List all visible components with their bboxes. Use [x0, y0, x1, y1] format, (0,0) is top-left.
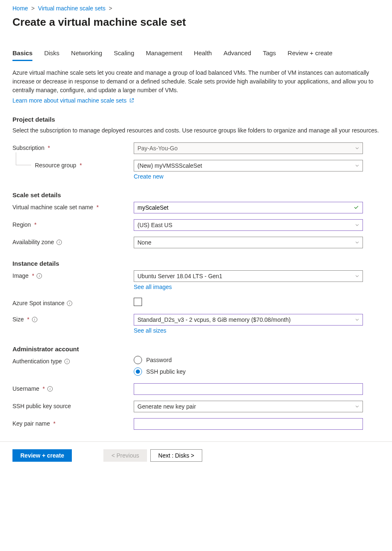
chevron-down-icon	[355, 274, 359, 278]
required-marker: *	[34, 221, 36, 228]
username-input-wrapper	[134, 383, 363, 395]
tab-basics[interactable]: Basics	[12, 49, 32, 61]
required-marker: *	[27, 316, 29, 323]
next-button[interactable]: Next : Disks >	[150, 449, 202, 462]
project-details-heading: Project details	[12, 116, 380, 123]
chevron-down-icon	[355, 223, 359, 227]
breadcrumb-vmss[interactable]: Virtual machine scale sets	[38, 5, 105, 12]
region-label: Region	[12, 221, 31, 228]
subscription-label: Subscription	[12, 144, 44, 151]
required-marker: *	[80, 162, 82, 169]
info-icon[interactable]: i	[47, 386, 53, 392]
spot-instance-checkbox[interactable]	[134, 298, 142, 306]
region-select[interactable]: (US) East US	[134, 219, 363, 231]
scaleset-details-heading: Scale set details	[12, 191, 380, 198]
availability-zone-select[interactable]: None	[134, 237, 363, 248]
tab-advanced[interactable]: Advanced	[223, 49, 251, 61]
info-icon[interactable]: i	[37, 273, 42, 279]
tab-networking[interactable]: Networking	[71, 49, 102, 61]
page-title: Create a virtual machine scale set	[12, 16, 380, 29]
auth-type-password-label: Password	[146, 357, 172, 363]
see-all-images-link[interactable]: See all images	[134, 284, 172, 290]
availability-zone-label: Availability zone	[12, 239, 54, 245]
intro-text: Azure virtual machine scale sets let you…	[12, 69, 380, 95]
tabs: Basics Disks Networking Scaling Manageme…	[12, 49, 380, 61]
previous-button: < Previous	[103, 449, 147, 462]
auth-type-label: Authentication type	[12, 358, 62, 365]
radio-icon	[134, 356, 142, 364]
learn-more-link[interactable]: Learn more about virtual machine scale s…	[12, 97, 134, 104]
size-label: Size	[12, 316, 24, 323]
auth-type-password-radio[interactable]: Password	[134, 356, 363, 364]
learn-more-label: Learn more about virtual machine scale s…	[12, 97, 127, 104]
ssh-key-source-value: Generate new key pair	[137, 403, 196, 410]
size-select[interactable]: Standard_D2s_v3 - 2 vcpus, 8 GiB memory …	[134, 314, 363, 326]
resource-group-label: Resource group	[35, 162, 76, 169]
chevron-down-icon	[355, 146, 359, 150]
image-label: Image	[12, 272, 29, 279]
ssh-key-source-select[interactable]: Generate new key pair	[134, 401, 363, 412]
see-all-sizes-link[interactable]: See all sizes	[134, 327, 167, 334]
auth-type-radio-group: Password SSH public key	[134, 356, 363, 376]
subscription-select[interactable]: Pay-As-You-Go	[134, 142, 363, 154]
key-pair-name-label: Key pair name	[12, 420, 50, 427]
chevron-down-icon	[355, 240, 359, 245]
required-marker: *	[96, 204, 98, 211]
username-input[interactable]	[137, 386, 359, 392]
admin-account-heading: Administrator account	[12, 345, 380, 353]
chevron-right-icon: >	[31, 5, 34, 12]
tab-management[interactable]: Management	[146, 49, 182, 61]
vmss-name-label: Virtual machine scale set name	[12, 204, 93, 211]
size-value: Standard_D2s_v3 - 2 vcpus, 8 GiB memory …	[137, 316, 291, 323]
tab-scaling[interactable]: Scaling	[114, 49, 134, 61]
availability-zone-value: None	[137, 239, 151, 246]
tab-tags[interactable]: Tags	[263, 49, 276, 61]
info-icon[interactable]: i	[56, 240, 62, 245]
vmss-name-input[interactable]	[137, 204, 353, 211]
key-pair-name-input[interactable]	[137, 421, 359, 427]
external-link-icon	[129, 98, 134, 104]
image-select[interactable]: Ubuntu Server 18.04 LTS - Gen1	[134, 270, 363, 282]
footer-buttons: Review + create < Previous Next : Disks …	[12, 449, 380, 462]
username-label: Username	[12, 385, 39, 392]
checkmark-icon	[353, 204, 359, 211]
project-details-desc: Select the subscription to manage deploy…	[12, 126, 380, 135]
instance-details-heading: Instance details	[12, 260, 380, 267]
tab-disks[interactable]: Disks	[44, 49, 59, 61]
chevron-down-icon	[355, 404, 359, 409]
required-marker: *	[43, 385, 45, 392]
required-marker: *	[32, 272, 34, 279]
review-create-button[interactable]: Review + create	[12, 449, 72, 462]
auth-type-ssh-radio[interactable]: SSH public key	[134, 367, 363, 376]
chevron-down-icon	[355, 164, 359, 168]
key-pair-name-input-wrapper	[134, 418, 363, 430]
required-marker: *	[53, 420, 55, 427]
tab-health[interactable]: Health	[194, 49, 212, 61]
breadcrumb: Home > Virtual machine scale sets >	[12, 5, 380, 12]
chevron-right-icon: >	[109, 5, 112, 12]
radio-selected-icon	[134, 367, 142, 376]
info-icon[interactable]: i	[67, 301, 72, 306]
subscription-value: Pay-As-You-Go	[137, 145, 178, 152]
tab-review-create[interactable]: Review + create	[288, 49, 333, 61]
auth-type-ssh-label: SSH public key	[146, 368, 186, 375]
create-new-rg-link[interactable]: Create new	[134, 173, 164, 180]
chevron-down-icon	[355, 318, 359, 322]
info-icon[interactable]: i	[32, 317, 37, 322]
spot-instance-label: Azure Spot instance	[12, 300, 64, 306]
image-value: Ubuntu Server 18.04 LTS - Gen1	[137, 273, 222, 279]
required-marker: *	[48, 144, 50, 151]
ssh-key-source-label: SSH public key source	[12, 403, 71, 409]
breadcrumb-home[interactable]: Home	[12, 5, 28, 12]
resource-group-value: (New) myVMSSScaleSet	[137, 162, 202, 169]
region-value: (US) East US	[137, 222, 172, 228]
resource-group-select[interactable]: (New) myVMSSScaleSet	[134, 160, 363, 171]
footer-separator	[0, 441, 392, 442]
vmss-name-input-wrapper	[134, 202, 363, 213]
info-icon[interactable]: i	[64, 359, 70, 364]
